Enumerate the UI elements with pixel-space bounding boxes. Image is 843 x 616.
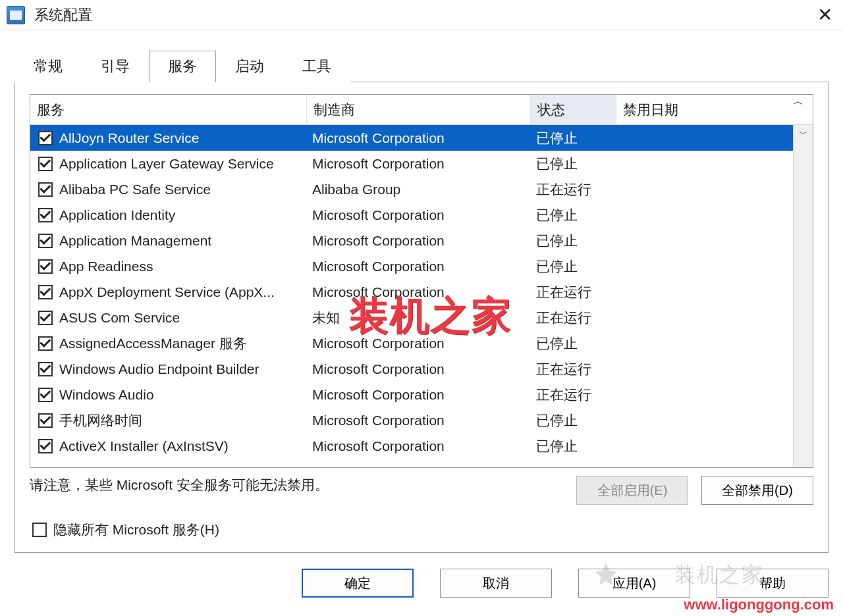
row-checkbox[interactable] [38, 208, 53, 222]
row-checkbox[interactable] [38, 259, 53, 274]
row-service-name: ActiveX Installer (AxInstSV) [59, 438, 229, 454]
row-checkbox[interactable] [38, 311, 53, 325]
tab-4[interactable]: 工具 [283, 51, 350, 82]
row-service-name: AssignedAccessManager 服务 [59, 334, 247, 353]
enable-all-button[interactable]: 全部启用(E) [576, 476, 688, 505]
table-row[interactable]: AssignedAccessManager 服务Microsoft Corpor… [30, 330, 793, 356]
table-row[interactable]: Application ManagementMicrosoft Corporat… [30, 228, 793, 253]
row-manufacturer: Microsoft Corporation [307, 207, 531, 223]
row-service-name: Application Management [59, 233, 211, 249]
row-checkbox[interactable] [38, 336, 53, 351]
row-manufacturer: Microsoft Corporation [307, 259, 531, 274]
help-button[interactable]: 帮助 [717, 569, 829, 598]
row-status: 已停止 [531, 334, 616, 353]
table-row[interactable]: Application Layer Gateway ServiceMicroso… [30, 151, 793, 176]
row-manufacturer: Microsoft Corporation [307, 130, 531, 146]
row-manufacturer: Microsoft Corporation [307, 284, 531, 300]
scroll-down-icon[interactable]: ﹀ [794, 125, 813, 143]
dialog-footer: 确定 取消 应用(A) 帮助 [0, 553, 843, 616]
row-service-name: Windows Audio [59, 387, 154, 403]
hide-microsoft-label: 隐藏所有 Microsoft 服务(H) [53, 521, 219, 539]
titlebar: 系统配置 ✕ [0, 0, 843, 30]
row-status: 已停止 [531, 411, 616, 430]
apply-button[interactable]: 应用(A) [578, 569, 690, 598]
column-header-manufacturer[interactable]: 制造商 [307, 95, 531, 125]
row-checkbox[interactable] [38, 285, 53, 299]
tab-1[interactable]: 引导 [82, 51, 149, 82]
services-list: 服务 制造商 状态 禁用日期 ︿ AllJoyn Router ServiceM… [30, 94, 813, 468]
row-manufacturer: Microsoft Corporation [307, 438, 531, 454]
row-checkbox[interactable] [38, 439, 53, 453]
content-area: 常规引导服务启动工具 服务 制造商 状态 禁用日期 ︿ AllJoyn Rout… [0, 30, 843, 553]
row-service-name: AppX Deployment Service (AppX... [59, 284, 275, 300]
msconfig-window: 系统配置 ✕ 常规引导服务启动工具 服务 制造商 状态 禁用日期 ︿ AllJo… [0, 0, 843, 616]
tab-panel-services: 服务 制造商 状态 禁用日期 ︿ AllJoyn Router ServiceM… [14, 82, 829, 553]
row-service-name: Alibaba PC Safe Service [59, 182, 211, 197]
row-service-name: Application Layer Gateway Service [59, 156, 274, 172]
note-text: 请注意，某些 Microsoft 安全服务可能无法禁用。 [30, 476, 563, 494]
scrollbar-vertical[interactable]: ﹀ [793, 125, 813, 467]
row-manufacturer: Microsoft Corporation [307, 233, 531, 249]
hide-microsoft-checkbox-row[interactable]: 隐藏所有 Microsoft 服务(H) [30, 521, 813, 539]
table-row[interactable]: App ReadinessMicrosoft Corporation已停止 [30, 253, 793, 279]
scroll-up-header-icon[interactable]: ︿ [793, 95, 813, 109]
column-header-disable-date[interactable]: 禁用日期 [616, 95, 793, 125]
tab-2[interactable]: 服务 [149, 51, 216, 82]
row-manufacturer: Microsoft Corporation [307, 336, 531, 351]
row-manufacturer: Microsoft Corporation [307, 387, 531, 403]
row-manufacturer: Microsoft Corporation [307, 156, 531, 172]
row-checkbox[interactable] [38, 157, 53, 171]
row-checkbox[interactable] [38, 388, 53, 402]
table-row[interactable]: Alibaba PC Safe ServiceAlibaba Group正在运行 [30, 176, 793, 202]
column-headers: 服务 制造商 状态 禁用日期 ︿ [30, 95, 813, 125]
row-status: 已停止 [531, 155, 616, 173]
table-row[interactable]: ActiveX Installer (AxInstSV)Microsoft Co… [30, 433, 793, 459]
row-manufacturer: Microsoft Corporation [307, 413, 531, 428]
row-manufacturer: Alibaba Group [307, 182, 531, 197]
tab-0[interactable]: 常规 [14, 51, 82, 82]
row-service-name: Windows Audio Endpoint Builder [59, 361, 259, 377]
window-title: 系统配置 [34, 5, 92, 25]
row-status: 正在运行 [531, 386, 616, 404]
table-row[interactable]: AllJoyn Router ServiceMicrosoft Corporat… [30, 125, 793, 151]
row-status: 正在运行 [531, 180, 616, 199]
row-manufacturer: 未知 [307, 309, 531, 327]
disable-all-button[interactable]: 全部禁用(D) [701, 476, 813, 505]
row-status: 已停止 [531, 437, 616, 455]
row-checkbox[interactable] [38, 362, 53, 376]
column-header-status[interactable]: 状态 [531, 95, 616, 125]
row-status: 正在运行 [531, 309, 616, 327]
row-checkbox[interactable] [38, 234, 53, 248]
cancel-button[interactable]: 取消 [440, 569, 552, 598]
row-service-name: AllJoyn Router Service [59, 130, 199, 146]
app-icon [7, 6, 25, 24]
table-row[interactable]: Application IdentityMicrosoft Corporatio… [30, 202, 793, 228]
ok-button[interactable]: 确定 [302, 569, 414, 598]
row-checkbox[interactable] [38, 131, 53, 145]
close-icon[interactable]: ✕ [813, 4, 836, 26]
table-row[interactable]: Windows AudioMicrosoft Corporation正在运行 [30, 382, 793, 407]
row-manufacturer: Microsoft Corporation [307, 361, 531, 377]
row-status: 已停止 [531, 129, 616, 147]
hide-microsoft-checkbox[interactable] [32, 523, 47, 537]
tab-bar: 常规引导服务启动工具 [14, 51, 829, 82]
column-header-service[interactable]: 服务 [30, 95, 307, 125]
row-status: 正在运行 [531, 360, 616, 378]
row-status: 已停止 [531, 232, 616, 250]
table-row[interactable]: 手机网络时间Microsoft Corporation已停止 [30, 407, 793, 433]
table-row[interactable]: AppX Deployment Service (AppX...Microsof… [30, 279, 793, 305]
row-checkbox[interactable] [38, 413, 53, 428]
row-checkbox[interactable] [38, 182, 53, 197]
table-row[interactable]: Windows Audio Endpoint BuilderMicrosoft … [30, 356, 793, 382]
row-status: 已停止 [531, 257, 616, 276]
row-service-name: 手机网络时间 [59, 411, 142, 430]
row-status: 已停止 [531, 206, 616, 224]
row-service-name: App Readiness [59, 259, 153, 274]
tab-3[interactable]: 启动 [216, 51, 283, 82]
rows-area: AllJoyn Router ServiceMicrosoft Corporat… [30, 125, 793, 467]
table-row[interactable]: ASUS Com Service未知正在运行 [30, 305, 793, 330]
row-service-name: Application Identity [59, 207, 175, 223]
row-service-name: ASUS Com Service [59, 310, 180, 326]
row-status: 正在运行 [531, 283, 616, 301]
